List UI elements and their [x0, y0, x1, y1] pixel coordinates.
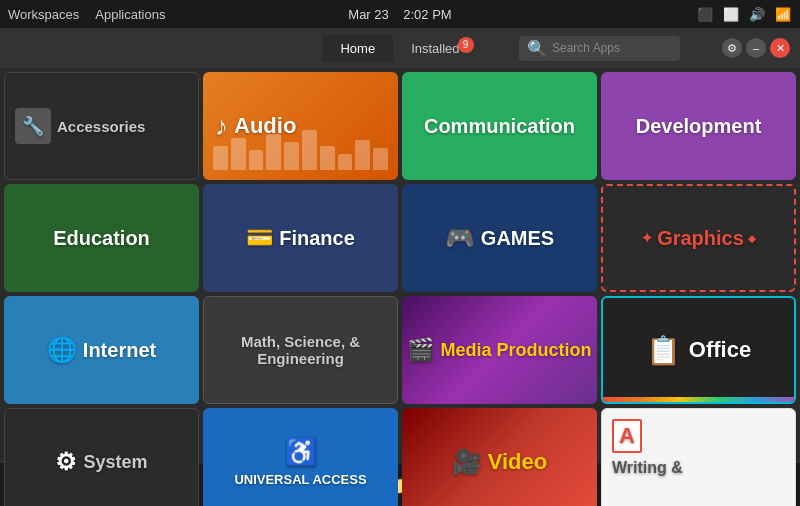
tab-installed[interactable]: Installed 9	[393, 35, 477, 62]
topbar-left: Workspaces Applications	[8, 7, 269, 22]
topbar: Workspaces Applications Mar 23 2:02 PM ⬛…	[0, 0, 800, 28]
workspaces-menu[interactable]: Workspaces	[8, 7, 79, 22]
development-label: Development	[636, 115, 762, 138]
office-label: Office	[689, 337, 751, 363]
tile-internet[interactable]: 🌐 Internet	[4, 296, 199, 404]
bar-8	[338, 154, 353, 170]
graphics-label: Graphics	[657, 227, 744, 250]
internet-icon: 🌐	[47, 336, 77, 364]
tile-universal[interactable]: ♿ UNIVERSAL ACCESS	[203, 408, 398, 506]
writing-label: Writing &	[612, 459, 683, 477]
tile-games[interactable]: 🎮 GAMES	[402, 184, 597, 292]
topbar-right: ⬛ ⬜ 🔊 📶	[531, 5, 792, 23]
time-display: 2:02 PM	[403, 7, 451, 22]
communication-label: Communication	[424, 115, 575, 138]
bar-7	[320, 146, 335, 170]
tile-education[interactable]: Education	[4, 184, 199, 292]
media-icon: 🎬	[407, 337, 434, 363]
tile-media[interactable]: 🎬 Media Production	[402, 296, 597, 404]
tile-writing[interactable]: A Writing &	[601, 408, 796, 506]
education-label: Education	[53, 227, 150, 250]
graphics-icon: ✦	[641, 230, 653, 246]
window-icon: ⬜	[722, 5, 740, 23]
games-label: GAMES	[481, 227, 554, 250]
applications-menu[interactable]: Applications	[95, 7, 165, 22]
bar-1	[213, 146, 228, 170]
tile-communication[interactable]: Communication	[402, 72, 597, 180]
tile-finance[interactable]: 💳 Finance	[203, 184, 398, 292]
office-icon: 📋	[646, 334, 681, 367]
tile-audio[interactable]: ♪ Audio	[203, 72, 398, 180]
bar-3	[249, 150, 264, 170]
audio-bars	[213, 130, 388, 170]
date-display: Mar 23	[348, 7, 388, 22]
tile-accessories[interactable]: 🔧 Accessories	[4, 72, 199, 180]
nav-controls: ⚙ – ✕	[722, 38, 790, 58]
tile-video[interactable]: 🎥 Video	[402, 408, 597, 506]
writing-icon: A	[612, 419, 642, 453]
math-label: Math, Science, & Engineering	[204, 323, 397, 377]
search-icon: 🔍	[527, 39, 547, 58]
accessories-label: Accessories	[57, 118, 145, 135]
video-icon: 🎥	[452, 448, 482, 476]
system-icon: ⚙	[55, 448, 77, 476]
office-rainbow	[603, 397, 794, 402]
bar-5	[284, 142, 299, 170]
tile-math[interactable]: Math, Science, & Engineering	[203, 296, 398, 404]
media-label: Media Production	[440, 340, 591, 361]
volume-icon[interactable]: 🔊	[748, 5, 766, 23]
navbar: Home Installed 9 🔍 ⚙ – ✕	[0, 28, 800, 68]
minimize-button[interactable]: –	[746, 38, 766, 58]
bar-4	[266, 134, 281, 170]
finance-label: Finance	[279, 227, 355, 250]
close-button[interactable]: ✕	[770, 38, 790, 58]
finance-icon: 💳	[246, 225, 273, 251]
accessories-inner: 🔧 Accessories	[15, 108, 188, 144]
bar-6	[302, 130, 317, 170]
system-label: System	[83, 452, 147, 473]
accessories-icon-box: 🔧	[15, 108, 51, 144]
writing-header: A	[612, 419, 642, 453]
bar-10	[373, 148, 388, 170]
graphics-dot: ◆	[748, 233, 756, 244]
tile-system[interactable]: ⚙ System	[4, 408, 199, 506]
search-input[interactable]	[552, 41, 672, 55]
universal-label: UNIVERSAL ACCESS	[234, 472, 366, 487]
accessories-icon: 🔧	[22, 115, 44, 137]
tile-office[interactable]: 📋 Office	[601, 296, 796, 404]
video-label: Video	[488, 449, 548, 475]
internet-label: Internet	[83, 339, 156, 362]
search-bar[interactable]: 🔍	[519, 36, 680, 61]
tab-home[interactable]: Home	[322, 35, 393, 62]
installed-badge: 9	[458, 37, 474, 53]
tile-graphics[interactable]: ✦ Graphics ◆	[601, 184, 796, 292]
settings-button[interactable]: ⚙	[722, 38, 742, 58]
tile-development[interactable]: Development	[601, 72, 796, 180]
games-icon: 🎮	[445, 224, 475, 252]
topbar-center: Mar 23 2:02 PM	[269, 7, 530, 22]
screen-icon: ⬛	[696, 5, 714, 23]
bar-9	[355, 140, 370, 170]
bar-2	[231, 138, 246, 170]
universal-icon: ♿	[285, 437, 317, 468]
network-icon[interactable]: 📶	[774, 5, 792, 23]
app-grid: 🔧 Accessories ♪ Audio Communication Deve…	[0, 68, 800, 462]
